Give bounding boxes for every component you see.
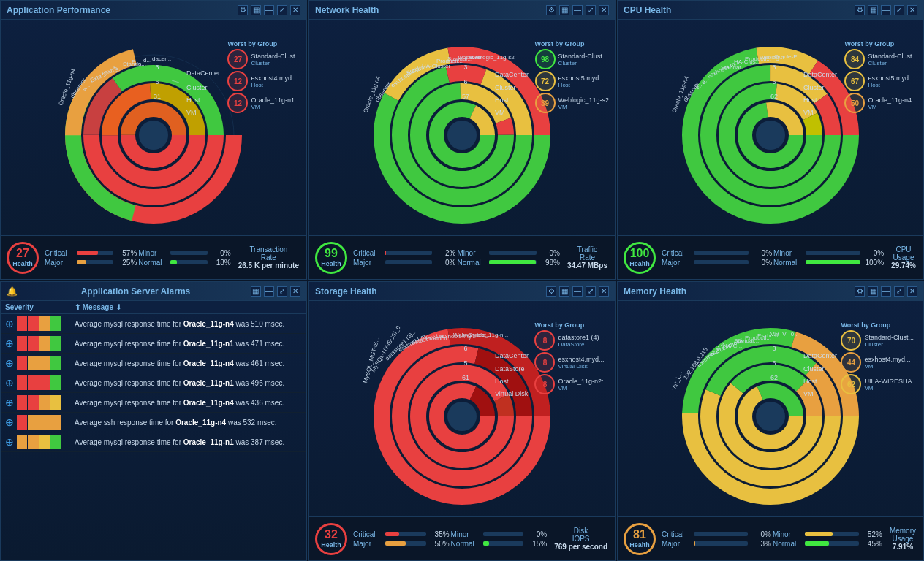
minimize-icon[interactable]: —: [881, 5, 891, 15]
alarm-add-icon[interactable]: ⊕: [5, 377, 14, 389]
app-perf-header: Application Performance ⚙ ▦ — ⤢ ✕: [1, 1, 306, 20]
minimize-icon[interactable]: —: [264, 286, 274, 297]
svg-text:VM: VM: [803, 390, 814, 397]
alarms-table: Severity ⬆ Message ⬇ ⊕Average mysql resp…: [1, 301, 306, 452]
svg-text:61: 61: [462, 374, 469, 381]
alarm-add-icon[interactable]: ⊕: [5, 357, 14, 369]
severity-segment: [50, 316, 61, 331]
alarm-message-cell: Average mysql response time for Oracle_1…: [70, 354, 306, 373]
cpu-worst-legend: Worst by Group 84 Standard-Clust... Clus…: [844, 40, 917, 115]
alarm-tbody: ⊕Average mysql response time for Oracle_…: [1, 314, 306, 452]
svg-text:Host: Host: [803, 378, 817, 385]
svg-text:5: 5: [463, 359, 467, 367]
app-performance-panel: Application Performance ⚙ ▦ — ⤢ ✕: [0, 0, 307, 280]
memory-metric: Memory Usage 7.91%: [888, 525, 917, 552]
severity-wrapper: ⊕: [5, 415, 66, 430]
svg-text:DataCenter: DataCenter: [495, 71, 529, 78]
severity-segment: [17, 375, 27, 390]
settings-icon[interactable]: ⚙: [546, 5, 556, 15]
minimize-icon[interactable]: —: [264, 5, 274, 15]
grid-icon[interactable]: ▦: [251, 286, 261, 297]
minimize-icon[interactable]: —: [881, 286, 891, 297]
severity-segment: [50, 356, 61, 370]
close-icon[interactable]: ✕: [907, 5, 917, 15]
worst-by-group-title: Worst by Group: [227, 40, 300, 47]
app-perf-stats: Critical 57% Minor 0% Major 25%: [45, 249, 231, 267]
alarm-add-icon[interactable]: ⊕: [5, 337, 14, 349]
app-perf-health-number: 27: [16, 248, 29, 259]
alarm-target: Oracle_11g-n1: [183, 379, 234, 387]
cpu-health-badge: 100 Health: [624, 242, 656, 274]
expand-icon[interactable]: ⤢: [277, 286, 287, 297]
app-perf-content: DataCenter Cluster Host VM 3 6 31 Oracle…: [1, 20, 306, 279]
alarm-add-icon[interactable]: ⊕: [5, 318, 14, 329]
worst-item-cluster: 27 Standard-Clust... Cluster: [227, 49, 300, 69]
alarm-severity-cell: ⊕: [1, 354, 70, 373]
expand-icon[interactable]: ⤢: [894, 5, 904, 15]
settings-icon[interactable]: ⚙: [855, 5, 865, 15]
settings-icon[interactable]: ⚙: [855, 286, 865, 297]
severity-segment: [39, 435, 50, 449]
svg-text:Host: Host: [495, 378, 509, 385]
svg-text:3: 3: [772, 345, 776, 352]
severity-wrapper: ⊕: [5, 395, 66, 410]
minimize-icon[interactable]: —: [572, 286, 583, 297]
svg-text:3: 3: [772, 64, 776, 71]
grid-icon[interactable]: ▦: [559, 286, 569, 297]
expand-icon[interactable]: ⤢: [586, 286, 596, 297]
worst-badge-vm: 12: [227, 93, 248, 113]
severity-col-header: Severity: [1, 301, 70, 314]
app-perf-health-label: Health: [12, 260, 33, 267]
severity-segment: [39, 415, 50, 430]
bell-icon: 🔔: [7, 286, 18, 297]
storage-health-panel: Storage Health ⚙ ▦ — ⤢ ✕: [308, 281, 616, 561]
network-controls: ⚙ ▦ — ⤢ ✕: [546, 5, 609, 15]
major-bar: [77, 260, 86, 264]
severity-segment: [50, 415, 61, 430]
memory-status: 81 Health Critical 0% Minor 52%: [618, 516, 923, 560]
alarm-message-cell: Average mysql response time for Oracle_1…: [70, 334, 306, 354]
app-perf-controls: ⚙ ▦ — ⤢ ✕: [238, 5, 300, 15]
grid-icon[interactable]: ▦: [868, 286, 878, 297]
close-icon[interactable]: ✕: [907, 286, 917, 297]
alarm-add-icon[interactable]: ⊕: [5, 397, 14, 408]
svg-text:DataCenter: DataCenter: [803, 71, 837, 78]
stat-normal: Normal 18%: [138, 259, 230, 267]
svg-text:Cluster: Cluster: [803, 365, 825, 373]
severity-segment: [17, 316, 27, 331]
close-icon[interactable]: ✕: [290, 5, 300, 15]
expand-icon[interactable]: ⤢: [277, 5, 287, 15]
cpu-title: CPU Health: [624, 5, 671, 15]
grid-icon[interactable]: ▦: [868, 5, 878, 15]
expand-icon[interactable]: ⤢: [586, 5, 596, 15]
alarm-add-icon[interactable]: ⊕: [5, 436, 14, 448]
settings-icon[interactable]: ⚙: [238, 5, 248, 15]
alarm-message: Average mysql response time for Oracle_1…: [75, 359, 284, 367]
svg-text:6: 6: [155, 78, 159, 85]
close-icon[interactable]: ✕: [599, 286, 609, 297]
severity-segment: [28, 316, 38, 331]
svg-text:6: 6: [463, 78, 467, 85]
storage-status: 32 Health Critical 35% Minor 0%: [309, 516, 615, 560]
app-perf-health-badge: 27 Health: [7, 242, 39, 274]
svg-text:3: 3: [155, 64, 159, 71]
grid-icon[interactable]: ▦: [251, 5, 261, 15]
alarm-message: Average mysql response time for Oracle_1…: [75, 340, 284, 348]
svg-text:Host: Host: [803, 96, 817, 104]
minimize-icon[interactable]: —: [572, 5, 583, 15]
worst-badge-host: 12: [227, 71, 248, 91]
grid-icon[interactable]: ▦: [559, 5, 569, 15]
expand-icon[interactable]: ⤢: [894, 286, 904, 297]
settings-icon[interactable]: ⚙: [546, 286, 556, 297]
svg-text:Virt_L...: Virt_L...: [670, 370, 683, 391]
svg-text:Virt_Vi_0...: Virt_Vi_0...: [770, 331, 799, 337]
memory-health-panel: Memory Health ⚙ ▦ — ⤢ ✕: [617, 281, 924, 561]
alarms-header: 🔔 Application Server Alarms ▦ — ⤢ ✕: [1, 282, 306, 301]
alarms-title: Application Server Alarms: [81, 286, 191, 297]
alarm-add-icon[interactable]: ⊕: [5, 416, 14, 428]
close-icon[interactable]: ✕: [599, 5, 609, 15]
severity-segment: [39, 395, 50, 410]
storage-header: Storage Health ⚙ ▦ — ⤢ ✕: [309, 282, 615, 301]
alarms-controls: ▦ — ⤢ ✕: [251, 286, 300, 297]
close-icon[interactable]: ✕: [290, 286, 300, 297]
